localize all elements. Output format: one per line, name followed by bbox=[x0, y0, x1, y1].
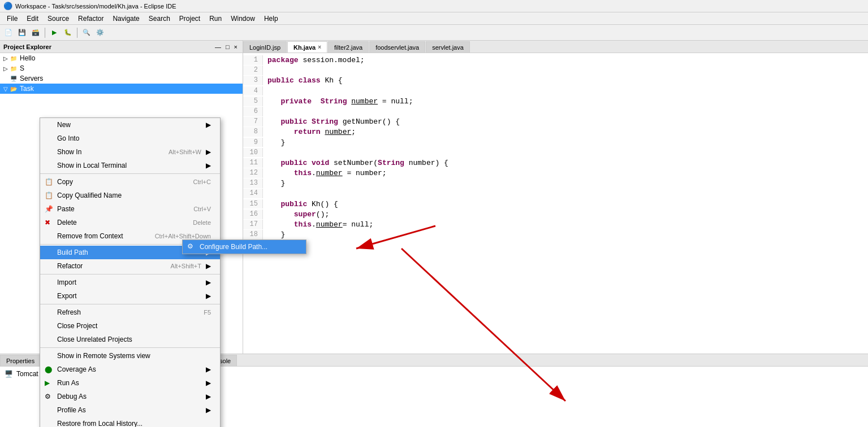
editor-area: LoginID.jsp Kh.java × filter2.java foods… bbox=[243, 41, 868, 354]
menu-item-refactor[interactable]: Refactor bbox=[74, 14, 108, 24]
cm-copy[interactable]: 📋 Copy Ctrl+C bbox=[40, 175, 220, 189]
cm-import[interactable]: Import ▶ bbox=[40, 276, 220, 289]
configure-icon: ⚙ bbox=[187, 242, 196, 251]
toolbar-settings[interactable]: ⚙️ bbox=[94, 27, 106, 39]
cm-refresh[interactable]: Refresh F5 bbox=[40, 306, 220, 319]
cm-label-build-path: Build Path bbox=[57, 249, 201, 256]
cm-label-profile-as: Profile As bbox=[57, 406, 201, 414]
cm-label-copy-qualified: Copy Qualified Name bbox=[57, 191, 211, 199]
line-content bbox=[263, 86, 272, 97]
cm-close-project[interactable]: Close Project bbox=[40, 319, 220, 333]
toolbar-save-all[interactable]: 🗃️ bbox=[29, 27, 42, 39]
menu-item-run[interactable]: Run bbox=[205, 14, 226, 24]
close-btn[interactable]: × bbox=[232, 43, 239, 51]
code-line-6: 6 bbox=[243, 107, 868, 117]
cm-show-in[interactable]: Show In Alt+Shift+W ▶ bbox=[40, 145, 220, 159]
toolbar-sep-1 bbox=[45, 28, 45, 38]
menu-item-source[interactable]: Source bbox=[43, 14, 74, 24]
line-num: 9 bbox=[243, 138, 263, 147]
line-content: } bbox=[263, 178, 285, 189]
tree-item-servers[interactable]: 🖥️ Servers bbox=[0, 73, 243, 84]
line-content: public Kh() { bbox=[263, 199, 338, 210]
minimize-btn[interactable]: — bbox=[213, 43, 223, 51]
project-icon: 📁 bbox=[9, 64, 18, 73]
refactor-icon bbox=[45, 262, 54, 271]
menu-item-help[interactable]: Help bbox=[260, 14, 283, 24]
cm-label-go-into: Go Into bbox=[57, 134, 211, 142]
cm-arrow-profile: ▶ bbox=[206, 406, 211, 414]
cm-paste[interactable]: 📌 Paste Ctrl+V bbox=[40, 202, 220, 216]
line-content: } bbox=[263, 230, 285, 240]
code-line-10: 10 bbox=[243, 148, 868, 158]
toolbar-debug[interactable]: 🐛 bbox=[62, 27, 74, 39]
code-editor[interactable]: 1 package session.model; 2 3 public clas… bbox=[243, 53, 868, 354]
server-icon: 🖥️ bbox=[5, 370, 13, 378]
cm-refactor[interactable]: Refactor Alt+Shift+T ▶ bbox=[40, 259, 220, 273]
cm-close-unrelated[interactable]: Close Unrelated Projects bbox=[40, 333, 220, 346]
tab-kh[interactable]: Kh.java × bbox=[287, 41, 327, 53]
tab-label-properties: Properties bbox=[6, 358, 34, 364]
tab-servlet[interactable]: servlet.java bbox=[426, 41, 470, 53]
toolbar-search[interactable]: 🔍 bbox=[80, 27, 93, 39]
tree-item-s[interactable]: ▷ 📁 S bbox=[0, 63, 243, 73]
tree-item-task[interactable]: ▽ 📂 Task bbox=[0, 84, 243, 94]
cm-copy-qualified[interactable]: 📋 Copy Qualified Name bbox=[40, 189, 220, 202]
cm-restore-history[interactable]: Restore from Local History... bbox=[40, 417, 220, 427]
line-content bbox=[263, 107, 272, 117]
menu-item-window[interactable]: Window bbox=[226, 14, 260, 24]
menu-item-search[interactable]: Search bbox=[144, 14, 175, 24]
line-content: private String number = null; bbox=[263, 97, 413, 107]
code-line-13: 13 } bbox=[243, 178, 868, 189]
toolbar-run[interactable]: ▶ bbox=[48, 27, 61, 39]
cm-export[interactable]: Export ▶ bbox=[40, 289, 220, 303]
tab-properties[interactable]: Properties bbox=[0, 355, 41, 366]
cm-coverage-as[interactable]: ⬤ Coverage As ▶ bbox=[40, 363, 220, 376]
line-content: this.number = number; bbox=[263, 168, 387, 178]
cm-debug-as[interactable]: ⚙ Debug As ▶ bbox=[40, 390, 220, 403]
show-remote-icon bbox=[45, 351, 54, 360]
project-icon: 📁 bbox=[9, 54, 18, 63]
tab-label-filter2: filter2.java bbox=[334, 44, 362, 51]
delete-icon: ✖ bbox=[45, 218, 54, 227]
line-content: super(); bbox=[263, 210, 329, 220]
cm-arrow-debug: ▶ bbox=[206, 393, 211, 400]
cm-new[interactable]: New ▶ bbox=[40, 118, 220, 132]
tab-close-kh[interactable]: × bbox=[318, 44, 321, 50]
cm-shortcut-delete: Delete bbox=[193, 219, 211, 226]
cm-run-as[interactable]: ▶ Run As ▶ bbox=[40, 376, 220, 390]
cm-show-remote[interactable]: Show in Remote Systems view bbox=[40, 349, 220, 363]
menu-item-project[interactable]: Project bbox=[175, 14, 205, 24]
toolbar-save[interactable]: 💾 bbox=[16, 27, 28, 39]
code-line-11: 11 public void setNumber(String number) … bbox=[243, 158, 868, 168]
sm-configure-build-path[interactable]: ⚙ Configure Build Path... bbox=[183, 240, 306, 254]
cm-label-run-as: Run As bbox=[57, 379, 201, 387]
cm-show-local[interactable]: Show in Local Terminal ▶ bbox=[40, 159, 220, 172]
line-content bbox=[263, 189, 272, 199]
tree-item-hello[interactable]: ▷ 📁 Hello bbox=[0, 53, 243, 63]
cm-go-into[interactable]: Go Into bbox=[40, 132, 220, 145]
tab-loginid[interactable]: LoginID.jsp bbox=[243, 41, 287, 53]
code-line-4: 4 bbox=[243, 86, 868, 97]
line-content: public void setNumber(String number) { bbox=[263, 158, 448, 168]
menu-bar: FileEditSourceRefactorNavigateSearchProj… bbox=[0, 12, 868, 25]
sm-label-configure-build-path: Configure Build Path... bbox=[200, 243, 267, 251]
cm-profile-as[interactable]: Profile As ▶ bbox=[40, 403, 220, 417]
cm-label-delete: Delete bbox=[57, 219, 182, 226]
tab-foodservlet[interactable]: foodservlet.java bbox=[369, 41, 425, 53]
code-line-14: 14 bbox=[243, 189, 868, 199]
cm-delete[interactable]: ✖ Delete Delete bbox=[40, 216, 220, 229]
toolbar: 📄 💾 🗃️ ▶ 🐛 🔍 ⚙️ bbox=[0, 25, 868, 41]
cm-label-copy: Copy bbox=[57, 178, 182, 186]
line-num: 11 bbox=[243, 158, 263, 168]
line-num: 18 bbox=[243, 230, 263, 239]
profile-icon bbox=[45, 406, 54, 415]
cm-arrow-new: ▶ bbox=[206, 121, 211, 129]
menu-item-navigate[interactable]: Navigate bbox=[108, 14, 144, 24]
maximize-btn[interactable]: □ bbox=[224, 43, 231, 51]
menu-item-file[interactable]: File bbox=[2, 14, 22, 24]
code-line-9: 9 } bbox=[243, 138, 868, 148]
project-explorer-header: Project Explorer — □ × bbox=[0, 41, 243, 53]
toolbar-new[interactable]: 📄 bbox=[2, 27, 15, 39]
menu-item-edit[interactable]: Edit bbox=[22, 14, 43, 24]
tab-filter2[interactable]: filter2.java bbox=[328, 41, 369, 53]
